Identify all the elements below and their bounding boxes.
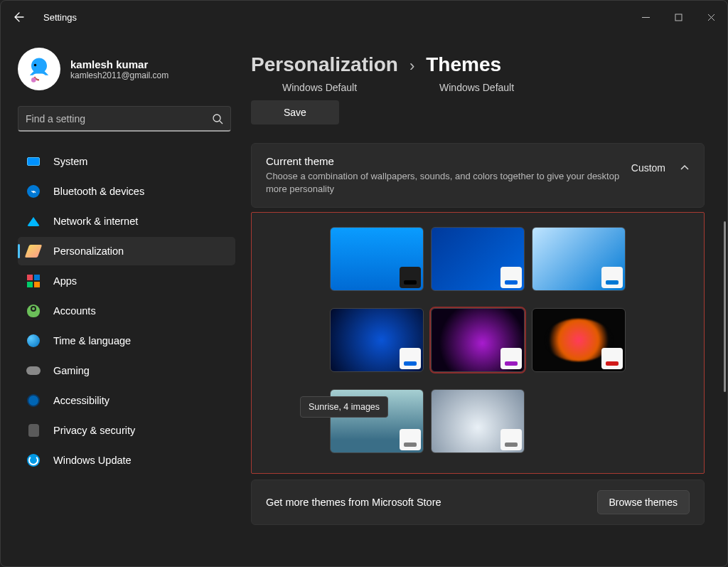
nav-label: Gaming bbox=[53, 365, 90, 376]
nav-personalization[interactable]: Personalization bbox=[18, 237, 235, 265]
person-icon bbox=[27, 304, 40, 317]
partial-previous-section: Windows Default Windows Default bbox=[251, 82, 705, 93]
brush-icon bbox=[25, 245, 43, 258]
search-input[interactable] bbox=[26, 113, 212, 124]
current-theme-value: Custom bbox=[631, 162, 665, 174]
current-theme-card[interactable]: Current theme Choose a combination of wa… bbox=[251, 143, 705, 208]
theme-thumb-7[interactable] bbox=[431, 389, 525, 453]
nav-label: Time & language bbox=[53, 335, 131, 346]
nav-label: Windows Update bbox=[53, 455, 132, 466]
bluetooth-icon: ⌁ bbox=[27, 185, 40, 198]
nav-label: Personalization bbox=[53, 245, 124, 257]
nav-label: Accessibility bbox=[53, 395, 109, 406]
svg-point-2 bbox=[31, 78, 36, 83]
breadcrumb-current: Themes bbox=[426, 53, 501, 76]
browse-themes-button[interactable]: Browse themes bbox=[597, 490, 690, 514]
nav-windows-update[interactable]: Windows Update bbox=[18, 446, 235, 475]
profile-email: kamlesh2011@gmail.com bbox=[70, 70, 168, 80]
profile-name: kamlesh kumar bbox=[70, 58, 168, 70]
update-icon bbox=[27, 454, 40, 467]
maximize-button[interactable] bbox=[662, 1, 695, 33]
wifi-icon bbox=[27, 217, 40, 226]
titlebar: Settings bbox=[1, 1, 727, 33]
card-title: Current theme bbox=[266, 155, 631, 167]
accessibility-icon bbox=[27, 394, 40, 407]
nav: System ⌁Bluetooth & devices Network & in… bbox=[18, 147, 235, 475]
save-button[interactable]: Save bbox=[251, 100, 339, 124]
search-icon bbox=[212, 113, 223, 124]
monitor-icon bbox=[27, 157, 40, 166]
nav-privacy[interactable]: Privacy & security bbox=[18, 416, 235, 445]
nav-label: Apps bbox=[53, 275, 77, 287]
apps-icon bbox=[27, 275, 40, 287]
nav-network[interactable]: Network & internet bbox=[18, 207, 235, 235]
theme-tooltip: Sunrise, 4 images bbox=[300, 396, 388, 418]
minimize-button[interactable] bbox=[629, 1, 662, 33]
chevron-up-icon bbox=[680, 163, 690, 173]
store-row: Get more themes from Microsoft Store Bro… bbox=[251, 479, 705, 525]
nav-apps[interactable]: Apps bbox=[18, 267, 235, 295]
nav-gaming[interactable]: Gaming bbox=[18, 356, 235, 385]
arrow-left-icon bbox=[14, 11, 25, 23]
svg-point-1 bbox=[34, 64, 37, 67]
svg-rect-0 bbox=[675, 14, 682, 21]
nav-label: System bbox=[53, 156, 87, 167]
theme-thumb-5[interactable] bbox=[532, 308, 626, 372]
nav-label: Privacy & security bbox=[53, 425, 135, 436]
nav-label: Network & internet bbox=[53, 216, 138, 227]
avatar bbox=[18, 48, 60, 90]
theme-thumb-1[interactable] bbox=[431, 227, 525, 291]
theme-name-1: Windows Default bbox=[282, 82, 357, 93]
theme-gallery: Sunrise, 4 images bbox=[251, 212, 705, 474]
nav-label: Bluetooth & devices bbox=[53, 186, 144, 197]
theme-thumb-3[interactable] bbox=[330, 308, 424, 372]
scrollbar[interactable] bbox=[724, 221, 726, 392]
app-title: Settings bbox=[43, 12, 77, 23]
theme-thumb-2[interactable] bbox=[532, 227, 626, 291]
nav-label: Accounts bbox=[53, 305, 96, 317]
nav-bluetooth[interactable]: ⌁Bluetooth & devices bbox=[18, 177, 235, 206]
nav-accounts[interactable]: Accounts bbox=[18, 297, 235, 325]
nav-system[interactable]: System bbox=[18, 147, 235, 176]
theme-name-2: Windows Default bbox=[439, 82, 514, 93]
globe-icon bbox=[27, 334, 40, 347]
breadcrumb: Personalization › Themes bbox=[251, 53, 705, 76]
profile[interactable]: kamlesh kumar kamlesh2011@gmail.com bbox=[18, 48, 235, 90]
breadcrumb-parent[interactable]: Personalization bbox=[251, 53, 398, 76]
back-button[interactable] bbox=[11, 9, 28, 26]
svg-point-3 bbox=[213, 115, 220, 122]
search-box[interactable] bbox=[18, 106, 231, 132]
shield-icon bbox=[28, 424, 39, 437]
nav-time-language[interactable]: Time & language bbox=[18, 327, 235, 355]
nav-accessibility[interactable]: Accessibility bbox=[18, 386, 235, 415]
gamepad-icon bbox=[26, 366, 41, 375]
content-area: Personalization › Themes Windows Default… bbox=[242, 33, 727, 567]
window-controls bbox=[629, 1, 727, 33]
theme-thumb-4[interactable] bbox=[431, 308, 525, 372]
card-subtitle: Choose a combination of wallpapers, soun… bbox=[266, 170, 631, 196]
close-button[interactable] bbox=[695, 1, 727, 33]
sidebar: kamlesh kumar kamlesh2011@gmail.com Syst… bbox=[1, 33, 242, 567]
store-row-text: Get more themes from Microsoft Store bbox=[266, 497, 441, 508]
chevron-right-icon: › bbox=[410, 57, 414, 75]
theme-thumb-0[interactable] bbox=[330, 227, 424, 291]
